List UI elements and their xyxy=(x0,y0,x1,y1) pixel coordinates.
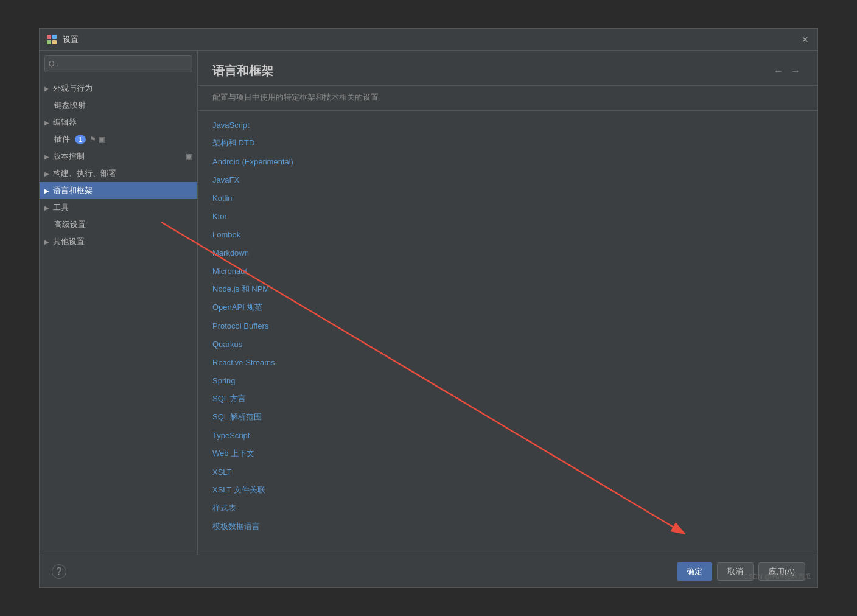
app-icon xyxy=(46,33,58,46)
sidebar-item-label: 外观与行为 xyxy=(53,83,93,94)
sidebar-item-label: 高级设置 xyxy=(54,219,86,230)
search-icon: Q xyxy=(49,60,54,68)
sidebar-item-plugins[interactable]: 插件 1 ⚑ ▣ xyxy=(40,131,197,148)
sidebar-item-languages[interactable]: ▶ 语言和框架 xyxy=(40,182,197,199)
sidebar-item-build[interactable]: ▶ 构建、执行、部署 xyxy=(40,165,197,182)
list-item[interactable]: Protocol Buffers xyxy=(198,317,817,335)
content-title: 语言和框架 xyxy=(212,63,273,79)
list-item[interactable]: JavaFX xyxy=(198,170,817,189)
sidebar-item-editor[interactable]: ▶ 编辑器 xyxy=(40,114,197,131)
sidebar-item-label: 语言和框架 xyxy=(53,185,93,196)
list-item[interactable]: TypeScript xyxy=(198,426,817,444)
chevron-right-icon: ▶ xyxy=(44,239,49,245)
box-icon: ▣ xyxy=(99,135,105,144)
chevron-right-icon: ▶ xyxy=(44,119,49,126)
sidebar-item-vcs[interactable]: ▶ 版本控制 ▣ xyxy=(40,148,197,165)
translate-icon: ⚑ xyxy=(89,135,96,144)
svg-rect-0 xyxy=(47,35,51,39)
sidebar-item-tools[interactable]: ▶ 工具 xyxy=(40,199,197,216)
sidebar-item-label: 工具 xyxy=(53,202,69,213)
sidebar-item-label: 键盘映射 xyxy=(54,100,86,111)
search-input: · xyxy=(57,60,188,69)
content-list: JavaScript架构和 DTDAndroid (Experimental)J… xyxy=(198,111,817,555)
list-item[interactable]: XSLT 文件关联 xyxy=(198,481,817,499)
box-icon: ▣ xyxy=(186,152,192,161)
sidebar-item-keymap[interactable]: 键盘映射 xyxy=(40,97,197,114)
watermark: CSDN @有理想的西瓜 xyxy=(744,572,811,581)
content-description: 配置与项目中使用的特定框架和技术相关的设置 xyxy=(198,86,817,111)
sidebar-item-label: 插件 xyxy=(54,134,70,145)
nav-forward-button[interactable]: → xyxy=(788,66,803,77)
sidebar-item-label: 构建、执行、部署 xyxy=(53,168,116,179)
sidebar-item-appearance[interactable]: ▶ 外观与行为 xyxy=(40,80,197,97)
list-item[interactable]: 架构和 DTD xyxy=(198,134,817,152)
help-button[interactable]: ? xyxy=(52,564,66,579)
list-item[interactable]: SQL 方言 xyxy=(198,390,817,408)
list-item[interactable]: 模板数据语言 xyxy=(198,517,817,536)
svg-rect-3 xyxy=(52,40,57,44)
content-header: 语言和框架 ← → xyxy=(198,51,817,86)
dialog-body: Q · ▶ 外观与行为 键盘映射 ▶ 编辑器 xyxy=(40,51,817,555)
list-item[interactable]: Web 上下文 xyxy=(198,444,817,463)
list-item[interactable]: Spring xyxy=(198,371,817,390)
sidebar: Q · ▶ 外观与行为 键盘映射 ▶ 编辑器 xyxy=(40,51,198,555)
nav-back-button[interactable]: ← xyxy=(771,66,786,77)
chevron-right-icon: ▶ xyxy=(44,187,49,194)
list-item[interactable]: JavaScript xyxy=(198,116,817,134)
list-item[interactable]: Ktor xyxy=(198,207,817,225)
list-item[interactable]: Markdown xyxy=(198,243,817,262)
close-button[interactable]: ✕ xyxy=(799,35,811,44)
list-item[interactable]: Lombok xyxy=(198,225,817,243)
title-bar: 设置 ✕ xyxy=(40,29,817,51)
confirm-button[interactable]: 确定 xyxy=(677,562,712,581)
sidebar-item-other[interactable]: ▶ 其他设置 xyxy=(40,233,197,250)
list-item[interactable]: Micronaut xyxy=(198,262,817,280)
title-bar-text: 设置 xyxy=(63,34,79,45)
list-item[interactable]: Node.js 和 NPM xyxy=(198,280,817,298)
sidebar-item-label: 其他设置 xyxy=(53,236,85,247)
list-item[interactable]: Quarkus xyxy=(198,335,817,353)
sidebar-item-advanced[interactable]: 高级设置 xyxy=(40,216,197,233)
list-item[interactable]: OpenAPI 规范 xyxy=(198,298,817,317)
list-item[interactable]: Reactive Streams xyxy=(198,353,817,371)
sidebar-item-label: 版本控制 xyxy=(53,151,85,162)
list-item[interactable]: 样式表 xyxy=(198,499,817,517)
chevron-right-icon: ▶ xyxy=(44,85,49,92)
nav-buttons: ← → xyxy=(771,66,803,77)
list-item[interactable]: Kotlin xyxy=(198,189,817,207)
bottom-bar: ? 确定 取消 应用(A) xyxy=(40,555,817,587)
list-item[interactable]: Android (Experimental) xyxy=(198,152,817,170)
plugins-badge: 1 xyxy=(75,135,86,144)
sidebar-nav: ▶ 外观与行为 键盘映射 ▶ 编辑器 插件 1 ⚑ ▣ xyxy=(40,77,197,555)
search-box[interactable]: Q · xyxy=(44,55,192,72)
chevron-right-icon: ▶ xyxy=(44,153,49,160)
svg-rect-2 xyxy=(47,40,51,44)
chevron-right-icon: ▶ xyxy=(44,170,49,177)
list-item[interactable]: SQL 解析范围 xyxy=(198,408,817,426)
svg-rect-1 xyxy=(52,35,57,39)
settings-dialog: 设置 ✕ Q · ▶ 外观与行为 键盘映射 ▶ xyxy=(39,28,818,588)
chevron-right-icon: ▶ xyxy=(44,205,49,211)
sidebar-item-label: 编辑器 xyxy=(53,117,77,128)
list-item[interactable]: XSLT xyxy=(198,463,817,481)
content-area: 语言和框架 ← → 配置与项目中使用的特定框架和技术相关的设置 JavaScri… xyxy=(198,51,817,555)
